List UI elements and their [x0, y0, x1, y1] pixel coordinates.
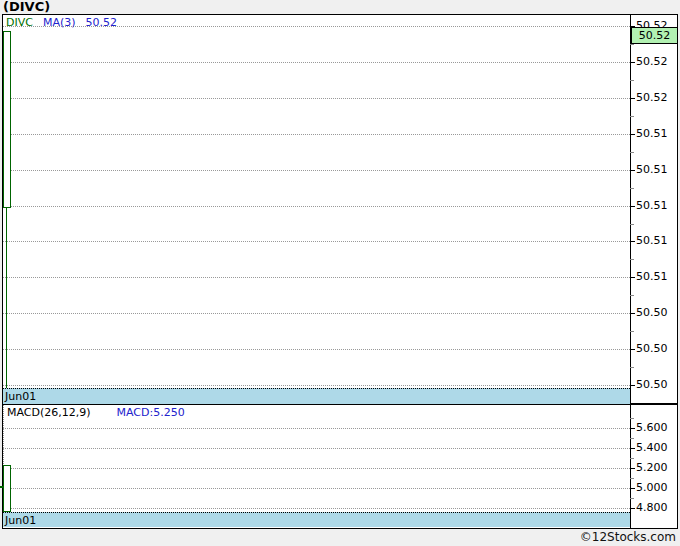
macd-legend-value: MACD:5.250: [117, 406, 185, 419]
macd-legend-name: MACD(26,12,9): [7, 406, 91, 419]
gridline: [3, 62, 630, 63]
axis-tick: [630, 508, 635, 509]
axis-minor-tick: [630, 367, 634, 368]
gridline: [3, 241, 630, 242]
axis-minor-tick: [630, 152, 634, 153]
stock-chart-page: (DIVC) DIVCMA(3)50.52 Jun01 50.52: [0, 0, 680, 546]
y-axis-label: 50.51: [636, 163, 678, 177]
current-price-badge: 50.52: [631, 27, 678, 44]
y-axis-label: 50.51: [636, 199, 678, 213]
axis-minor-tick: [630, 259, 634, 260]
axis-tick: [630, 385, 635, 386]
macd-legend: MACD(26,12,9)MACD:5.250: [7, 406, 195, 419]
gridline: [3, 206, 630, 207]
axis-minor-tick: [630, 224, 634, 225]
axis-minor-tick: [630, 438, 634, 439]
axis-tick: [630, 241, 635, 242]
axis-tick: [630, 62, 635, 63]
axis-tick: [630, 206, 635, 207]
gridline: [3, 508, 630, 509]
date-label: Jun01: [5, 390, 36, 403]
gridline: [3, 98, 630, 99]
gridline: [3, 277, 630, 278]
macd-y-axis-label: 5.400: [636, 441, 678, 455]
price-chart-legend: DIVCMA(3)50.52: [6, 16, 127, 29]
y-axis-label: 50.51: [636, 234, 678, 248]
macd-y-axis-label: 5.000: [636, 481, 678, 495]
macd-y-axis-label: 5.200: [636, 461, 678, 475]
page-title: (DIVC): [3, 0, 50, 14]
axis-minor-tick: [630, 44, 634, 45]
macd-panel: [2, 404, 678, 529]
gridline: [3, 428, 630, 429]
y-axis-line: [630, 14, 631, 404]
y-axis-label: 50.50: [636, 306, 678, 320]
axis-minor-tick: [630, 295, 634, 296]
axis-tick: [630, 313, 635, 314]
legend-ma-label: MA(3): [43, 16, 76, 29]
macd-open-tick: [0, 486, 3, 488]
axis-minor-tick: [630, 188, 634, 189]
y-axis-label: 50.51: [636, 270, 678, 284]
gridline: [3, 134, 630, 135]
macd-date-label: Jun01: [5, 514, 36, 527]
y-axis-label: 50.50: [636, 342, 678, 356]
axis-tick: [630, 448, 635, 449]
gridline: [3, 488, 630, 489]
legend-ma-value: 50.52: [86, 16, 118, 29]
axis-tick: [630, 428, 635, 429]
axis-tick: [630, 170, 635, 171]
axis-minor-tick: [630, 116, 634, 117]
axis-minor-tick: [630, 80, 634, 81]
gridline: [3, 170, 630, 171]
macd-bar: [3, 465, 11, 512]
axis-tick: [630, 134, 635, 135]
macd-y-axis-line: [630, 404, 631, 528]
y-axis-label: 50.52: [636, 55, 678, 69]
macd-y-axis-label: 5.600: [636, 421, 678, 435]
y-axis-label: 50.50: [636, 378, 678, 392]
gridline: [3, 349, 630, 350]
macd-date-axis-bar: Jun01: [3, 512, 630, 527]
axis-minor-tick: [630, 331, 634, 332]
watermark: ©12Stocks.com: [400, 530, 676, 544]
axis-minor-tick: [630, 458, 634, 459]
axis-minor-tick: [630, 498, 634, 499]
gridline: [3, 385, 630, 386]
y-axis-label: 50.51: [636, 127, 678, 141]
legend-symbol: DIVC: [6, 16, 33, 29]
axis-minor-tick: [630, 478, 634, 479]
date-axis-bar: Jun01: [3, 388, 630, 404]
y-axis-label: 50.52: [636, 91, 678, 105]
axis-tick: [630, 98, 635, 99]
gridline: [3, 313, 630, 314]
price-chart-panel: [2, 14, 678, 404]
candle-body: [3, 31, 11, 208]
macd-y-axis-label: 4.800: [636, 501, 678, 515]
gridline: [3, 468, 630, 469]
candle-lower-wick: [6, 208, 7, 388]
axis-tick: [630, 468, 635, 469]
axis-tick: [630, 277, 635, 278]
gridline: [3, 448, 630, 449]
axis-minor-tick: [630, 418, 634, 419]
axis-tick: [630, 488, 635, 489]
axis-tick: [630, 349, 635, 350]
